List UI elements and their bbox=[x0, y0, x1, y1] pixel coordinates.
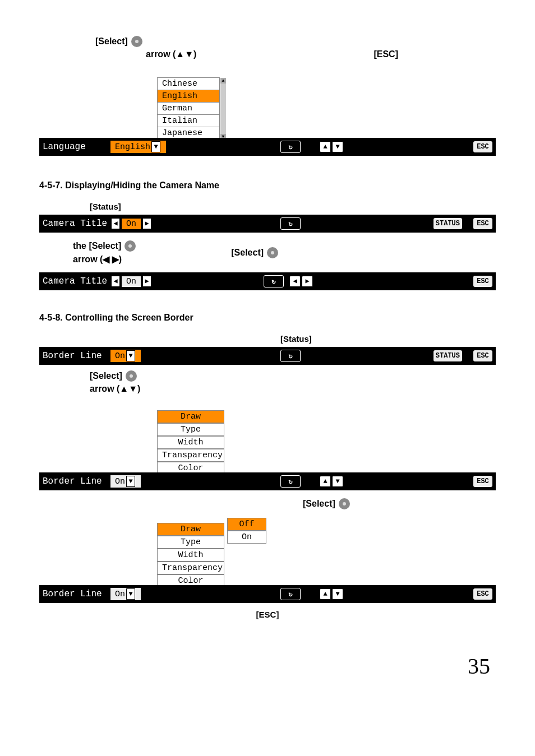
submenu-item-draw[interactable]: Draw bbox=[157, 523, 224, 536]
esc-icon: ESC bbox=[473, 141, 492, 152]
select-disc-icon bbox=[267, 247, 278, 258]
esc-icon: ESC bbox=[473, 350, 492, 361]
esc-icon: ESC bbox=[473, 276, 492, 287]
arrow-left-right-icon: ◀ ▶ bbox=[289, 276, 313, 287]
refresh-icon: ↻ bbox=[280, 475, 301, 488]
esc-icon: ESC bbox=[473, 218, 492, 229]
page-number: 35 bbox=[39, 653, 496, 679]
instruction-arrow-lr: arrow (◀ ▶) bbox=[73, 254, 136, 265]
border-submenu-block-2: Draw Type Width Transparency Color Off O… bbox=[39, 513, 496, 605]
row-label-camera-title: Camera Title bbox=[43, 276, 110, 286]
refresh-icon: ↻ bbox=[280, 217, 301, 230]
instruction-the-select: the [Select] bbox=[73, 240, 136, 252]
language-option[interactable]: German bbox=[158, 103, 219, 115]
dropdown-toggle-icon[interactable]: ▼ bbox=[126, 588, 135, 600]
border-line-field[interactable]: On ▼ bbox=[110, 587, 141, 601]
language-value: English bbox=[115, 142, 150, 152]
select-disc-icon bbox=[126, 370, 137, 382]
dropdown-toggle-icon[interactable]: ▼ bbox=[126, 476, 135, 487]
submenu-item-draw[interactable]: Draw bbox=[157, 410, 224, 423]
instruction-select: [Select] bbox=[231, 247, 278, 258]
select-disc-icon bbox=[339, 498, 350, 509]
submenu-item-transparency[interactable]: Transparency bbox=[157, 449, 224, 462]
section-title-457: 4-5-7. Displaying/Hiding the Camera Name bbox=[39, 180, 496, 191]
camera-title-field[interactable]: On bbox=[121, 218, 141, 230]
border-submenu[interactable]: Draw Type Width Transparency Color bbox=[157, 410, 224, 475]
submenu-side-on[interactable]: On bbox=[227, 531, 266, 544]
select-disc-icon bbox=[131, 36, 142, 47]
row-label-camera-title: Camera Title bbox=[43, 219, 110, 229]
row-label-border-line: Border Line bbox=[43, 589, 110, 599]
dropdown-toggle-icon[interactable]: ▼ bbox=[151, 141, 160, 152]
instruction-select: [Select] bbox=[90, 370, 496, 382]
arrow-up-down-icon: ▲ ▼ bbox=[320, 141, 343, 152]
label-esc-tail: [ESC] bbox=[39, 610, 496, 619]
border-submenu[interactable]: Draw Type Width Transparency Color bbox=[157, 523, 224, 587]
label-select: [Select] bbox=[95, 36, 128, 47]
status-button[interactable]: STATUS bbox=[433, 350, 462, 361]
border-submenu-side[interactable]: Off On bbox=[227, 518, 266, 544]
submenu-item-type[interactable]: Type bbox=[157, 536, 224, 549]
language-option[interactable]: Chinese bbox=[158, 78, 219, 90]
refresh-icon: ↻ bbox=[264, 275, 284, 287]
refresh-icon: ↻ bbox=[280, 141, 301, 153]
section-title-458: 4-5-8. Controlling the Screen Border bbox=[39, 313, 496, 323]
language-block: Chinese English German Italian Japanese … bbox=[39, 63, 496, 158]
left-arrow-button[interactable]: ◀ bbox=[111, 276, 120, 287]
row-label-language: Language bbox=[43, 142, 110, 152]
esc-icon: ESC bbox=[473, 588, 492, 600]
instruction-arrow-ud: arrow (▲▼) bbox=[90, 384, 496, 394]
language-dropdown[interactable]: Chinese English German Italian Japanese … bbox=[157, 77, 220, 140]
dropdown-toggle-icon[interactable]: ▼ bbox=[126, 350, 135, 361]
status-button[interactable]: STATUS bbox=[433, 218, 462, 229]
label-status: [Status] bbox=[280, 334, 496, 344]
language-option-selected[interactable]: English bbox=[158, 90, 219, 103]
submenu-side-off[interactable]: Off bbox=[227, 518, 266, 531]
camera-title-row-1: Camera Title ◀ On ▶ ↻ STATUS ESC bbox=[39, 215, 496, 233]
select-disc-icon bbox=[124, 240, 136, 252]
camera-title-row-2: Camera Title ◀ On ▶ ↻ ◀ ▶ ESC bbox=[39, 272, 496, 290]
arrow-up-down-icon: ▲ ▼ bbox=[320, 588, 343, 600]
border-line-row-1: Border Line On ▼ ↻ STATUS ESC bbox=[39, 347, 496, 365]
language-field[interactable]: English ▼ bbox=[110, 140, 167, 154]
scroll-up-icon[interactable]: ▲ bbox=[220, 78, 226, 84]
camera-title-field[interactable]: On bbox=[121, 276, 141, 287]
instruction-select-arrow: [Select] bbox=[95, 36, 496, 47]
row-label-border-line: Border Line bbox=[43, 351, 110, 361]
left-arrow-button[interactable]: ◀ bbox=[111, 218, 120, 229]
refresh-icon: ↻ bbox=[280, 588, 301, 600]
arrow-up-down-icon: ▲ ▼ bbox=[320, 476, 343, 487]
right-arrow-button[interactable]: ▶ bbox=[142, 276, 151, 287]
label-status: [Status] bbox=[90, 202, 496, 211]
border-line-field[interactable]: On ▼ bbox=[110, 475, 141, 488]
submenu-item-width[interactable]: Width bbox=[157, 549, 224, 562]
submenu-item-width[interactable]: Width bbox=[157, 436, 224, 449]
submenu-item-transparency[interactable]: Transparency bbox=[157, 562, 224, 574]
label-esc: [ESC] bbox=[373, 49, 398, 59]
language-option[interactable]: Italian bbox=[158, 115, 219, 127]
label-arrow-ud: arrow (▲▼) bbox=[146, 49, 196, 59]
border-submenu-block-1: Draw Type Width Transparency Color Borde… bbox=[39, 397, 496, 493]
dropdown-scrollbar[interactable]: ▲ ▼ bbox=[220, 78, 226, 140]
refresh-icon: ↻ bbox=[280, 350, 301, 362]
row-label-border-line: Border Line bbox=[43, 476, 110, 486]
instruction-select: [Select] bbox=[303, 498, 496, 509]
submenu-item-type[interactable]: Type bbox=[157, 423, 224, 436]
esc-icon: ESC bbox=[473, 476, 492, 487]
border-line-field[interactable]: On ▼ bbox=[110, 349, 141, 363]
right-arrow-button[interactable]: ▶ bbox=[142, 218, 151, 229]
